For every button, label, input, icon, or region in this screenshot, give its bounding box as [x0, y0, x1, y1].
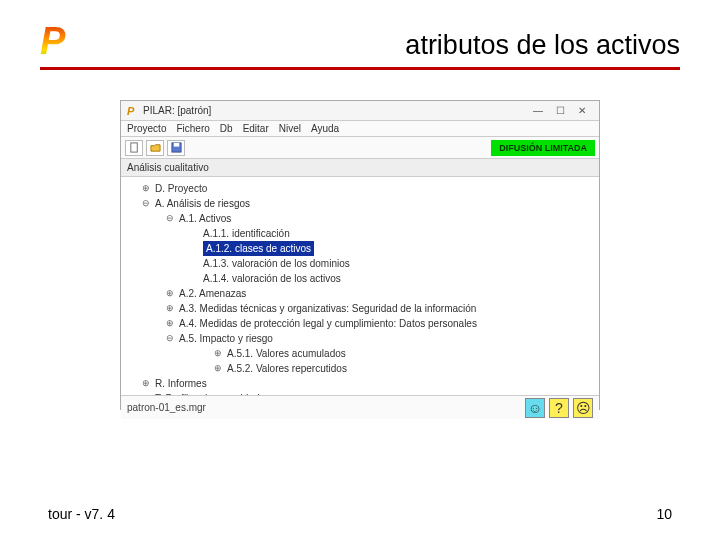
close-button[interactable]: ✕: [571, 105, 593, 116]
tree-node-a1[interactable]: ⊖A.1. Activos: [129, 211, 595, 226]
file-icon: [129, 142, 140, 153]
new-button[interactable]: [125, 140, 143, 156]
save-button[interactable]: [167, 140, 185, 156]
smile-button[interactable]: ☺: [525, 398, 545, 418]
window-title: PILAR: [patrón]: [143, 105, 527, 116]
menu-db[interactable]: Db: [220, 123, 233, 134]
toggle-icon[interactable]: ⊕: [141, 391, 151, 395]
toggle-icon[interactable]: ⊖: [141, 196, 151, 211]
footer-left: tour - v7. 4: [48, 506, 115, 522]
tree-node-a5[interactable]: ⊖A.5. Impacto y riesgo: [129, 331, 595, 346]
statusbar: patron-01_es.mgr ☺ ? ☹: [121, 395, 599, 419]
sad-icon: ☹: [576, 400, 591, 416]
toggle-icon[interactable]: ⊕: [165, 301, 175, 316]
leaf-icon: [189, 241, 199, 256]
toggle-icon[interactable]: ⊕: [141, 181, 151, 196]
leaf-icon: [189, 226, 199, 241]
selected-item: A.1.2. clases de activos: [203, 241, 314, 256]
question-icon: ?: [555, 400, 563, 416]
divider: [40, 67, 680, 70]
menu-proyecto[interactable]: Proyecto: [127, 123, 166, 134]
tree-node-a12[interactable]: A.1.2. clases de activos: [129, 241, 595, 256]
tree-node-a14[interactable]: A.1.4. valoración de los activos: [129, 271, 595, 286]
tree-node-a4[interactable]: ⊕A.4. Medidas de protección legal y cump…: [129, 316, 595, 331]
maximize-button[interactable]: ☐: [549, 105, 571, 116]
tree-view[interactable]: ⊕D. Proyecto ⊖A. Análisis de riesgos ⊖A.…: [121, 177, 599, 395]
minimize-button[interactable]: —: [527, 105, 549, 116]
tree-node-a52[interactable]: ⊕A.5.2. Valores repercutidos: [129, 361, 595, 376]
menubar: Proyecto Fichero Db Editar Nivel Ayuda: [121, 121, 599, 137]
tree-node-a51[interactable]: ⊕A.5.1. Valores acumulados: [129, 346, 595, 361]
tree-node-d[interactable]: ⊕D. Proyecto: [129, 181, 595, 196]
diffusion-badge: DIFUSIÓN LIMITADA: [491, 140, 595, 156]
status-file: patron-01_es.mgr: [127, 402, 521, 413]
section-header: Análisis cualitativo: [121, 159, 599, 177]
leaf-icon: [189, 271, 199, 286]
menu-fichero[interactable]: Fichero: [176, 123, 209, 134]
logo-p: P: [40, 20, 75, 63]
titlebar: P PILAR: [patrón] — ☐ ✕: [121, 101, 599, 121]
pilar-window: P PILAR: [patrón] — ☐ ✕ Proyecto Fichero…: [120, 100, 600, 410]
toolbar: DIFUSIÓN LIMITADA: [121, 137, 599, 159]
menu-ayuda[interactable]: Ayuda: [311, 123, 339, 134]
tree-node-a3[interactable]: ⊕A.3. Medidas técnicas y organizativas: …: [129, 301, 595, 316]
toggle-icon[interactable]: ⊕: [213, 346, 223, 361]
menu-nivel[interactable]: Nivel: [279, 123, 301, 134]
help-button[interactable]: ?: [549, 398, 569, 418]
toggle-icon[interactable]: ⊖: [165, 331, 175, 346]
toggle-icon[interactable]: ⊕: [213, 361, 223, 376]
slide-footer: tour - v7. 4 10: [48, 506, 672, 522]
svg-rect-0: [130, 143, 136, 152]
toggle-icon[interactable]: ⊕: [165, 286, 175, 301]
folder-open-icon: [150, 142, 161, 153]
tree-node-r[interactable]: ⊕R. Informes: [129, 376, 595, 391]
menu-editar[interactable]: Editar: [243, 123, 269, 134]
tree-node-a2[interactable]: ⊕A.2. Amenazas: [129, 286, 595, 301]
tree-node-a13[interactable]: A.1.3. valoración de los dominios: [129, 256, 595, 271]
toggle-icon[interactable]: ⊖: [165, 211, 175, 226]
toggle-icon[interactable]: ⊕: [165, 316, 175, 331]
tree-node-a11[interactable]: A.1.1. identificación: [129, 226, 595, 241]
tree-node-a[interactable]: ⊖A. Análisis de riesgos: [129, 196, 595, 211]
leaf-icon: [189, 256, 199, 271]
save-icon: [171, 142, 182, 153]
app-icon: P: [127, 105, 139, 117]
slide-number: 10: [656, 506, 672, 522]
svg-rect-2: [173, 143, 179, 147]
smile-icon: ☺: [528, 400, 542, 416]
sad-button[interactable]: ☹: [573, 398, 593, 418]
slide-title: atributos de los activos: [75, 30, 680, 63]
open-button[interactable]: [146, 140, 164, 156]
toggle-icon[interactable]: ⊕: [141, 376, 151, 391]
